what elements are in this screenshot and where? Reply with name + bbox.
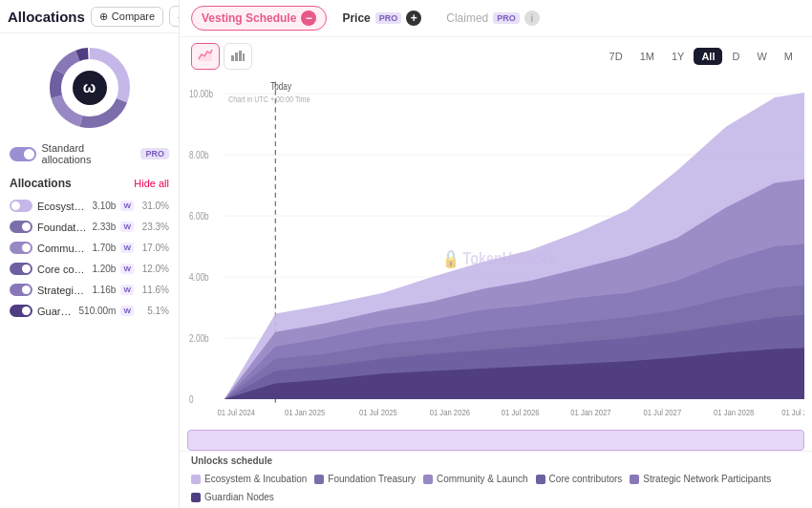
alloc-item: Core contribu... 1.20b W 12.0%	[0, 259, 179, 279]
allocations-list: Ecosystem & ... 3.10b W 31.0% Foundation…	[0, 194, 179, 323]
svg-rect-9	[235, 53, 238, 61]
alloc-name-5: Guardian Nod...	[37, 306, 75, 317]
alloc-pct-5: 5.1%	[139, 306, 169, 316]
vesting-schedule-label: Vesting Schedule	[202, 11, 296, 25]
alloc-item: Strategic Net... 1.16b W 11.6%	[0, 280, 179, 300]
tab-vesting-schedule[interactable]: Vesting Schedule −	[191, 6, 327, 31]
alloc-toggle-3[interactable]	[10, 263, 32, 275]
alloc-name-1: Foundation Tr...	[37, 222, 87, 233]
legend-label-0: Ecosystem & Incubation	[204, 474, 307, 484]
y-label-6b: 6.00b	[189, 211, 209, 222]
alloc-toggle-5[interactable]	[10, 305, 32, 317]
legend-title: Unlocks schedule	[191, 455, 272, 466]
token-logo: ω	[73, 71, 107, 105]
alloc-value-0: 3.10b	[92, 201, 116, 211]
y-label-4b: 4.00b	[189, 272, 209, 283]
donut-chart-area: ω	[0, 33, 179, 138]
alloc-item: Foundation Tr... 2.33b W 23.3%	[0, 217, 179, 237]
time-btn-w[interactable]: W	[749, 48, 774, 65]
x-label-jan27: 01 Jan 2027	[570, 407, 610, 417]
time-btn-d[interactable]: D	[724, 48, 747, 65]
alloc-pct-3: 12.0%	[139, 264, 169, 274]
price-label: Price	[342, 11, 370, 25]
time-btn-m[interactable]: M	[777, 48, 801, 65]
legend-item-4: Strategic Network Participants	[630, 474, 771, 484]
bar-chart-button[interactable]	[224, 43, 252, 70]
left-panel: Allocations ⊕ Compare ⬇	[0, 0, 180, 508]
claimed-info-icon: i	[524, 11, 540, 26]
legend-item-5: Guardian Nodes	[191, 492, 274, 502]
legend-dot-5	[191, 493, 201, 502]
hide-all-button[interactable]: Hide all	[134, 178, 169, 189]
chart-toolbar: 7D1M1YAllDWM	[180, 37, 812, 75]
chart-legend: Unlocks schedule Ecosystem & Incubation …	[180, 451, 812, 508]
standard-allocations-toggle[interactable]	[10, 147, 36, 161]
alloc-toggle-1[interactable]	[10, 221, 32, 233]
time-range-buttons: 7D1M1YAllDWM	[602, 48, 801, 65]
compare-button[interactable]: ⊕ Compare	[91, 7, 163, 27]
x-label-jul24: 01 Jul 2024	[217, 407, 255, 417]
legend-item-3: Core contributors	[536, 474, 623, 484]
x-label-jan26: 01 Jan 2026	[430, 407, 470, 417]
tab-claimed[interactable]: Claimed PRO i	[437, 7, 549, 30]
scrollbar-thumb[interactable]	[187, 430, 804, 451]
legend-dot-4	[630, 475, 639, 484]
alloc-toggle-0[interactable]	[10, 200, 32, 212]
legend-label-2: Community & Launch	[437, 474, 528, 484]
legend-label-4: Strategic Network Participants	[643, 474, 771, 484]
pro-badge: PRO	[140, 148, 169, 159]
x-label-jul20: 01 Jul 20	[781, 407, 804, 417]
legend-items: Ecosystem & Incubation Foundation Treasu…	[191, 474, 801, 502]
time-btn-1y[interactable]: 1Y	[664, 48, 692, 65]
y-label-10b: 10.00b	[189, 89, 213, 99]
chart-time-label: Chart in UTC + 00:00 Time	[228, 95, 310, 104]
alloc-name-4: Strategic Net...	[37, 285, 87, 296]
alloc-value-5: 510.00m	[79, 306, 117, 316]
svg-rect-8	[231, 55, 234, 61]
legend-dot-1	[314, 475, 324, 484]
alloc-pct-4: 11.6%	[139, 285, 169, 295]
area-chart-button[interactable]	[191, 43, 220, 70]
legend-item-0: Ecosystem & Incubation	[191, 474, 307, 484]
alloc-toggle-4[interactable]	[10, 284, 32, 296]
alloc-pct-2: 17.0%	[139, 243, 169, 253]
x-label-jul25: 01 Jul 2025	[359, 407, 397, 417]
left-header: Allocations ⊕ Compare ⬇	[0, 0, 179, 33]
time-btn-all[interactable]: All	[694, 48, 722, 65]
claimed-pro-badge: PRO	[493, 12, 520, 24]
donut-chart: ω	[47, 45, 133, 131]
y-label-2b: 2.00b	[189, 333, 209, 344]
alloc-w-badge-2: W	[120, 243, 134, 253]
tab-price[interactable]: Price PRO +	[332, 7, 431, 30]
watermark: 🔒 TokenUnlocks.	[442, 248, 560, 270]
y-label-8b: 8.00b	[189, 150, 209, 160]
alloc-item: Ecosystem & ... 3.10b W 31.0%	[0, 196, 179, 216]
standard-allocations-label: Standard allocations	[42, 142, 136, 165]
alloc-w-badge-5: W	[120, 306, 134, 316]
area-chart-icon	[198, 48, 213, 66]
price-plus-icon: +	[406, 11, 421, 26]
legend-label-1: Foundation Treasury	[328, 474, 416, 484]
alloc-value-4: 1.16b	[92, 285, 116, 295]
legend-label-3: Core contributors	[549, 474, 623, 484]
legend-dot-3	[536, 475, 545, 484]
time-btn-1m[interactable]: 1M	[632, 48, 662, 65]
alloc-value-3: 1.20b	[92, 264, 116, 274]
claimed-label: Claimed	[446, 11, 488, 25]
alloc-name-2: Community & ...	[37, 243, 87, 254]
y-label-0: 0	[189, 394, 194, 405]
legend-dot-0	[191, 475, 201, 484]
alloc-pct-0: 31.0%	[139, 201, 169, 211]
chart-scrollbar[interactable]	[187, 430, 804, 451]
alloc-toggle-2[interactable]	[10, 242, 32, 254]
legend-dot-2	[423, 475, 433, 484]
vesting-minus-icon: −	[301, 11, 316, 26]
compare-label: Compare	[112, 11, 155, 22]
time-btn-7d[interactable]: 7D	[602, 48, 630, 65]
legend-item-1: Foundation Treasury	[314, 474, 416, 484]
x-label-jan28: 01 Jan 2028	[714, 407, 754, 417]
alloc-w-badge-1: W	[120, 222, 134, 232]
download-button[interactable]: ⬇	[169, 6, 180, 27]
alloc-name-0: Ecosystem & ...	[37, 201, 87, 212]
main-chart-svg: 10.00b 8.00b 6.00b 4.00b 2.00b 0 Today C…	[187, 75, 804, 430]
